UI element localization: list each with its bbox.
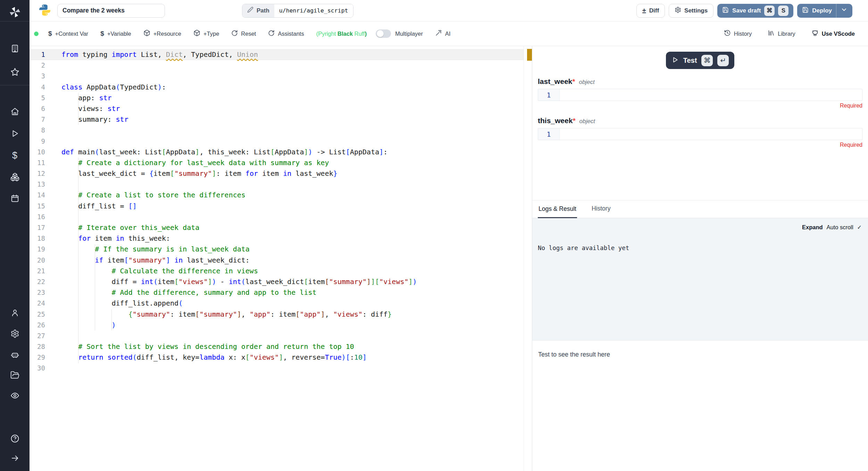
collapse-arrow-right-icon[interactable] xyxy=(10,454,19,463)
add-variable-button[interactable]: $ +Variable xyxy=(100,30,131,37)
folders-icon[interactable] xyxy=(10,370,19,380)
add-type-button[interactable]: +Type xyxy=(193,29,219,38)
python-language-icon xyxy=(39,5,50,17)
input-edit-area[interactable] xyxy=(560,89,862,101)
test-args-section: Test ⌘ ↵ last_week* object 1 Required th… xyxy=(532,46,868,200)
path-field[interactable]: Path u/henri/agile_script xyxy=(242,4,353,18)
windmill-logo-icon[interactable] xyxy=(8,6,22,19)
code-line[interactable]: 13 xyxy=(30,179,532,190)
code-line[interactable]: 17 # Iterate over this_week data xyxy=(30,222,532,233)
library-button[interactable]: Library xyxy=(768,29,795,38)
this-week-json-input[interactable]: 1 xyxy=(538,128,862,140)
editor-toolbar: $ +Context Var $ +Variable +Resource +Ty… xyxy=(30,22,868,46)
tab-logs-result[interactable]: Logs & Result xyxy=(538,200,577,218)
code-line[interactable]: 26 ) xyxy=(30,320,532,331)
autoscroll-toggle[interactable]: Auto scroll xyxy=(827,224,853,231)
code-line[interactable]: 29 return sorted(diff_list, key=lambda x… xyxy=(30,352,532,363)
multiplayer-label[interactable]: Multiplayer xyxy=(395,31,423,37)
code-line[interactable]: 10def main(last_week: List[AppData], thi… xyxy=(30,147,532,157)
deploy-button[interactable]: Deploy xyxy=(797,4,852,18)
pyright-status: Pyright xyxy=(318,31,336,37)
code-line[interactable]: 1from typing import List, Dict, TypedDic… xyxy=(30,49,532,60)
code-line[interactable]: 14 # Create a list to store the differen… xyxy=(30,190,532,200)
code-line[interactable]: 8 xyxy=(30,125,532,136)
input-edit-area[interactable] xyxy=(560,128,862,140)
code-line[interactable]: 19 # If the summary is in last_week data xyxy=(30,244,532,255)
code-editor[interactable]: 1from typing import List, Dict, TypedDic… xyxy=(30,46,532,471)
audit-eye-icon[interactable] xyxy=(10,391,19,400)
result-pane: Test to see the result here xyxy=(532,341,868,471)
multiplayer-toggle[interactable] xyxy=(376,29,391,38)
code-line-text: if item["summary"] in last_week_dict: xyxy=(61,255,250,266)
code-line[interactable]: 3 xyxy=(30,71,532,82)
line-number: 13 xyxy=(30,179,57,190)
code-line[interactable]: 6 views: str xyxy=(30,103,532,114)
code-line[interactable]: 9 xyxy=(30,136,532,147)
workspace-building-icon[interactable] xyxy=(10,44,19,53)
reset-label: Reset xyxy=(241,31,256,37)
editor-body[interactable]: 1from typing import List, Dict, TypedDic… xyxy=(30,46,532,374)
resources-boxes-icon[interactable] xyxy=(10,172,19,182)
code-line[interactable]: 18 for item in this_week: xyxy=(30,233,532,244)
code-line[interactable]: 27 xyxy=(30,331,532,341)
user-icon[interactable] xyxy=(10,308,19,317)
code-line[interactable]: 23 # Add the difference, summary and app… xyxy=(30,287,532,298)
expand-button[interactable]: Expand xyxy=(802,224,823,231)
assistants-button[interactable]: Assistants xyxy=(268,30,304,38)
settings-button[interactable]: Settings xyxy=(669,4,713,18)
code-line[interactable]: 22 diff = int(item["views"]) - int(last_… xyxy=(30,276,532,287)
home-icon[interactable] xyxy=(10,107,19,116)
add-context-var-button[interactable]: $ +Context Var xyxy=(48,30,88,37)
code-line[interactable]: 30 xyxy=(30,363,532,374)
help-icon[interactable] xyxy=(10,434,19,443)
code-line-text: {"summary": item["summary"], "app": item… xyxy=(61,309,392,320)
code-line[interactable]: 5 app: str xyxy=(30,93,532,103)
line-number: 20 xyxy=(30,255,57,266)
line-number: 2 xyxy=(30,60,57,71)
code-line-text: diff_list = [] xyxy=(61,201,137,212)
workers-robot-icon[interactable] xyxy=(10,350,19,359)
save-icon xyxy=(722,7,729,15)
overview-ruler[interactable] xyxy=(524,46,532,471)
code-line[interactable]: 16 xyxy=(30,212,532,222)
add-resource-button[interactable]: +Resource xyxy=(143,29,181,38)
code-line[interactable]: 21 # Calculate the difference in views xyxy=(30,266,532,276)
result-tabs: Logs & Result History xyxy=(532,200,868,218)
code-line-text: last_week_dict = {item["summary"]: item … xyxy=(61,168,337,179)
runs-play-icon[interactable] xyxy=(10,129,19,138)
windmill-script-editor: $ xyxy=(0,0,868,471)
variables-dollar-icon[interactable]: $ xyxy=(12,150,17,161)
check-icon[interactable]: ✓ xyxy=(857,224,862,231)
code-line[interactable]: 15 diff_list = [] xyxy=(30,201,532,212)
test-button[interactable]: Test ⌘ ↵ xyxy=(666,52,735,69)
history-button[interactable]: History xyxy=(724,29,752,38)
diff-button[interactable]: ± Diff xyxy=(636,4,665,18)
code-line[interactable]: 11 # Create a dictionary for last_week d… xyxy=(30,157,532,168)
code-line[interactable]: 12 last_week_dict = {item["summary"]: it… xyxy=(30,168,532,179)
save-draft-button[interactable]: Save draft ⌘ S xyxy=(717,4,793,18)
history-label: History xyxy=(734,31,752,37)
code-line[interactable]: 7 summary: str xyxy=(30,114,532,125)
line-number: 16 xyxy=(30,212,57,222)
code-line-text: diff_list.append( xyxy=(61,298,183,309)
refresh-icon xyxy=(268,30,275,38)
reset-button[interactable]: Reset xyxy=(231,30,256,38)
line-number: 9 xyxy=(30,136,57,147)
toolbar-right: History Library Use VScode xyxy=(724,29,855,38)
use-vscode-button[interactable]: Use VScode xyxy=(811,29,855,38)
code-line[interactable]: 2 xyxy=(30,60,532,71)
path-value[interactable]: u/henri/agile_script xyxy=(274,4,353,17)
script-name-input[interactable] xyxy=(57,4,165,18)
code-line[interactable]: 28 # Sort the list by views in descendin… xyxy=(30,341,532,352)
settings-gear-icon[interactable] xyxy=(10,329,19,338)
code-line[interactable]: 4class AppData(TypedDict): xyxy=(30,82,532,93)
code-line[interactable]: 25 {"summary": item["summary"], "app": i… xyxy=(30,309,532,320)
last-week-json-input[interactable]: 1 xyxy=(538,89,862,101)
code-line[interactable]: 20 if item["summary"] in last_week_dict: xyxy=(30,255,532,266)
chevron-down-icon[interactable] xyxy=(841,6,848,15)
code-line[interactable]: 24 diff_list.append( xyxy=(30,298,532,309)
ai-button[interactable]: AI xyxy=(435,29,451,38)
tab-history[interactable]: History xyxy=(591,200,611,218)
favorites-star-icon[interactable] xyxy=(10,67,19,77)
schedules-calendar-icon[interactable] xyxy=(10,194,19,203)
